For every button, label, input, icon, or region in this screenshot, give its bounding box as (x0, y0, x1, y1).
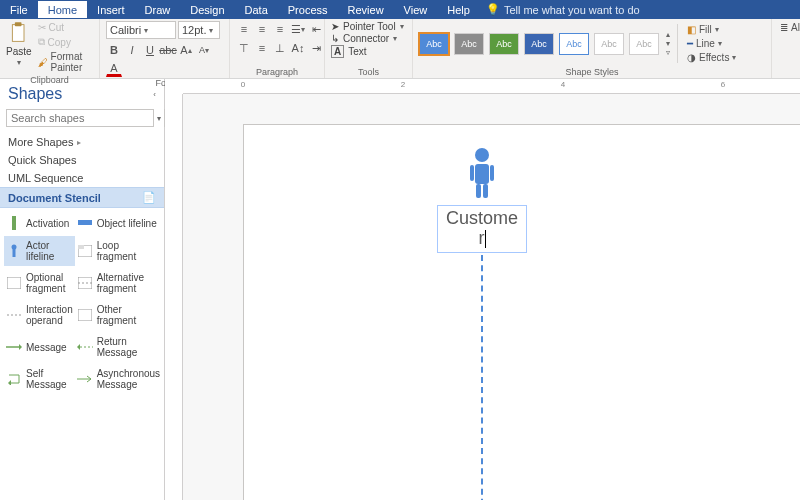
text-dir-button[interactable]: A↕ (290, 40, 306, 56)
lifeline-dash (481, 255, 483, 500)
fill-button[interactable]: ◧Fill▾ (685, 23, 738, 36)
svg-rect-9 (78, 277, 92, 289)
stencil-actor-lifeline[interactable]: Actor lifeline (4, 236, 75, 266)
style-swatch-4[interactable]: Abc (524, 33, 554, 55)
strike-button[interactable]: abc (160, 42, 176, 58)
indent-dec-button[interactable]: ⇤ (308, 21, 324, 37)
align-top-button[interactable]: ⊤ (236, 40, 252, 56)
style-gallery-next[interactable]: ▾ (666, 39, 670, 48)
style-gallery-more[interactable]: ▿ (666, 48, 670, 57)
line-button[interactable]: ━Line▾ (685, 37, 738, 50)
connector-tool-button[interactable]: ↳Connector▾ (331, 33, 397, 44)
tab-design[interactable]: Design (180, 1, 234, 18)
copy-icon: ⧉ (38, 36, 45, 48)
svg-rect-22 (475, 164, 489, 184)
drawing-page[interactable]: Custome r (243, 124, 800, 500)
stencil-return-message[interactable]: Return Message (75, 332, 162, 362)
copy-button[interactable]: ⧉Copy (36, 35, 93, 49)
svg-marker-17 (8, 380, 11, 385)
svg-rect-0 (12, 25, 24, 42)
tab-view[interactable]: View (394, 1, 438, 18)
actor-label-editor[interactable]: Custome r (437, 205, 527, 253)
shapes-search-input[interactable] (6, 109, 154, 127)
style-swatch-3[interactable]: Abc (489, 33, 519, 55)
tab-home[interactable]: Home (38, 1, 87, 18)
format-painter-button[interactable]: 🖌Format Painter (36, 50, 93, 74)
tab-review[interactable]: Review (338, 1, 394, 18)
shapes-cat-more[interactable]: More Shapes▸ (0, 133, 164, 151)
tab-file[interactable]: File (0, 1, 38, 18)
ruler-vertical (165, 94, 183, 500)
underline-button[interactable]: U (142, 42, 158, 58)
pointer-tool-button[interactable]: ➤Pointer Tool▾ (331, 21, 404, 32)
svg-rect-1 (15, 22, 22, 26)
indent-inc-button[interactable]: ⇥ (308, 40, 324, 56)
pointer-icon: ➤ (331, 21, 339, 32)
shapes-pane-title: Shapes (8, 85, 62, 103)
shapes-cat-doc[interactable]: Document Stencil📄 (0, 187, 164, 208)
tab-data[interactable]: Data (235, 1, 278, 18)
style-swatch-7[interactable]: Abc (629, 33, 659, 55)
tab-draw[interactable]: Draw (135, 1, 181, 18)
tab-process[interactable]: Process (278, 1, 338, 18)
shapes-cat-uml[interactable]: UML Sequence (0, 169, 164, 187)
stencil-async-message[interactable]: Asynchronous Message (75, 364, 162, 394)
stencil-interaction-operand[interactable]: Interaction operand (4, 300, 75, 330)
stencil-icon: 📄 (142, 191, 156, 204)
font-color-button[interactable]: A (106, 61, 122, 77)
shapes-pane: Shapes ‹ ▾ 🔍 More Shapes▸ Quick Shapes U… (0, 79, 165, 500)
shapes-collapse-icon[interactable]: ‹ (153, 90, 156, 99)
group-shapestyles-title: Shape Styles (419, 67, 765, 77)
line-icon: ━ (687, 38, 693, 49)
align-mid-button[interactable]: ≡ (254, 40, 270, 56)
actor-lifeline-shape[interactable]: Custome r (437, 147, 527, 500)
style-swatch-6[interactable]: Abc (594, 33, 624, 55)
font-name-combo[interactable]: Calibri▾ (106, 21, 176, 39)
text-tool-button[interactable]: AText (331, 45, 367, 58)
grow-font-button[interactable]: A▴ (178, 42, 194, 58)
stencil-activation[interactable]: Activation (4, 212, 75, 234)
shrink-font-button[interactable]: A▾ (196, 42, 212, 58)
stencil-self-message[interactable]: Self Message (4, 364, 75, 394)
actor-icon (464, 147, 500, 199)
text-icon: A (331, 45, 344, 58)
svg-point-21 (475, 148, 489, 162)
style-swatch-2[interactable]: Abc (454, 33, 484, 55)
align-button[interactable]: ≣Alig (778, 21, 800, 34)
stencil-message[interactable]: Message (4, 332, 75, 362)
stencil-optional-fragment[interactable]: Optional fragment (4, 268, 75, 298)
style-gallery-prev[interactable]: ▴ (666, 30, 670, 39)
bullets-button[interactable]: ☰▾ (290, 21, 306, 37)
tab-insert[interactable]: Insert (87, 1, 135, 18)
effects-button[interactable]: ◑Effects▾ (685, 51, 738, 64)
canvas-area: 0 2 4 6 (165, 79, 800, 500)
align-icon: ≣ (780, 22, 788, 33)
text-cursor (485, 230, 486, 248)
paste-button[interactable]: Paste ▾ (6, 21, 32, 67)
connector-icon: ↳ (331, 33, 339, 44)
align-right-button[interactable]: ≡ (272, 21, 288, 37)
align-bottom-button[interactable]: ⊥ (272, 40, 288, 56)
stencil-other-fragment[interactable]: Other fragment (75, 300, 162, 330)
group-paragraph-title: Paragraph (236, 67, 318, 77)
group-tools-title: Tools (331, 67, 406, 77)
stencil-alt-fragment[interactable]: Alternative fragment (75, 268, 162, 298)
style-swatch-5[interactable]: Abc (559, 33, 589, 55)
tellme-input[interactable] (504, 4, 674, 16)
italic-button[interactable]: I (124, 42, 140, 58)
ruler-horizontal: 0 2 4 6 (183, 79, 800, 94)
font-size-combo[interactable]: 12pt.▾ (178, 21, 220, 39)
tab-help[interactable]: Help (437, 1, 480, 18)
svg-rect-3 (78, 220, 92, 225)
cut-button[interactable]: ✂Cut (36, 21, 93, 34)
ribbon-tabs: File Home Insert Draw Design Data Proces… (0, 0, 800, 19)
fill-icon: ◧ (687, 24, 696, 35)
ribbon: Paste ▾ ✂Cut ⧉Copy 🖌Format Painter Clipb… (0, 19, 800, 79)
style-swatch-1[interactable]: Abc (419, 33, 449, 55)
align-left-button[interactable]: ≡ (236, 21, 252, 37)
stencil-object-lifeline[interactable]: Object lifeline (75, 212, 162, 234)
shapes-cat-quick[interactable]: Quick Shapes (0, 151, 164, 169)
align-center-button[interactable]: ≡ (254, 21, 270, 37)
stencil-loop-fragment[interactable]: Loop fragment (75, 236, 162, 266)
bold-button[interactable]: B (106, 42, 122, 58)
